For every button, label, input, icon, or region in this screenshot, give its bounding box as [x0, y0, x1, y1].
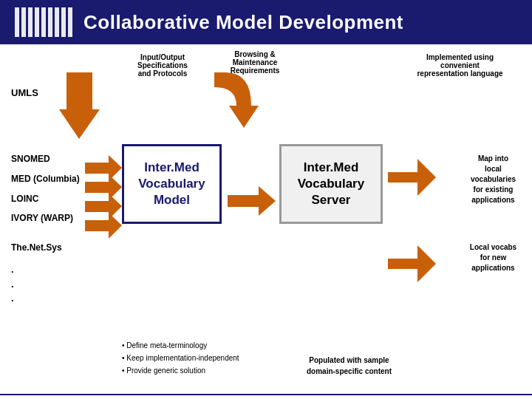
slide-title: Collaborative Model Development — [83, 11, 403, 34]
dot2: . — [11, 277, 14, 292]
server-line1: Inter.Med — [304, 160, 359, 174]
main-content: Input/Output Specifications and Protocol… — [0, 44, 532, 399]
server-line3: Server — [312, 193, 351, 207]
server-line2: Vocabulary — [298, 177, 364, 191]
umls-arrow — [59, 72, 100, 142]
intermed-model-box: Inter.Med Vocabulary Model — [122, 144, 222, 224]
med-label: MED (Columbia) — [11, 174, 80, 184]
implemented-box: Implemented using convenient representat… — [399, 53, 521, 78]
model-to-server-arrow — [228, 186, 276, 216]
intermed-server-box: Inter.Med Vocabulary Server — [279, 144, 383, 224]
browsing-label: Browsing & Maintenance Requirements — [222, 50, 288, 75]
loinc-label: LOINC — [11, 194, 38, 204]
dot3: . — [11, 291, 14, 306]
bullet-1: • Define meta-terminology — [122, 339, 239, 352]
umls-label: UMLS — [11, 87, 38, 98]
footer-line — [0, 394, 532, 395]
dots-label: . . . — [11, 262, 14, 306]
ivory-arrow — [85, 213, 122, 242]
server-to-map-arrow — [388, 159, 436, 199]
thenet-label: The.Net.Sys — [11, 242, 62, 253]
input-output-label: Input/Output Specifications and Protocol… — [129, 53, 196, 78]
model-line3: Model — [154, 193, 190, 207]
browsing-arrow — [207, 72, 259, 142]
ivory-label: IVORY (WARP) — [11, 213, 73, 223]
dot1: . — [11, 262, 14, 277]
map-into-label: Map into local vocabularies for existing… — [462, 154, 525, 205]
header: Collaborative Model Development — [0, 0, 532, 44]
model-line2: Vocabulary — [138, 177, 205, 191]
local-vocabs-label: Local vocabs for new applications — [462, 242, 525, 273]
slide: Collaborative Model Development Input/Ou… — [0, 0, 532, 399]
bullet-2: • Keep implementation-independent — [122, 352, 239, 364]
model-line1: Inter.Med — [144, 160, 200, 174]
populated-text: Populated with sample domain-specific co… — [296, 355, 403, 377]
local-vocabs-arrow — [388, 245, 436, 285]
stripe-decoration — [15, 7, 72, 37]
snomed-label: SNOMED — [11, 154, 50, 164]
bullet-list: • Define meta-terminology • Keep impleme… — [122, 339, 239, 377]
bullet-3: • Provide generic solution — [122, 364, 239, 377]
